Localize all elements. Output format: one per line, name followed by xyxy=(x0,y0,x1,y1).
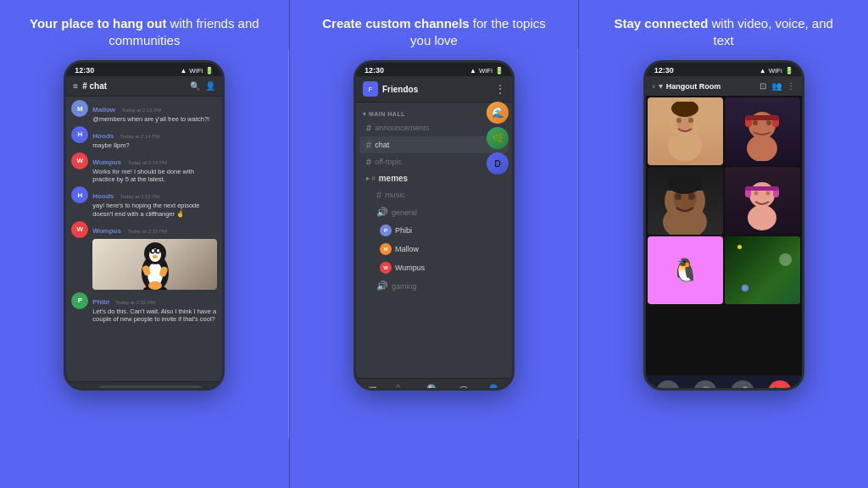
message-author: Phibi xyxy=(92,298,109,306)
video-tile: 🐧 xyxy=(648,236,723,304)
chat-messages-list: M Mallow Today at 2:13 PM @members when … xyxy=(66,97,222,381)
penguin-image xyxy=(92,239,217,290)
avatar: P xyxy=(380,225,392,236)
message-content: Hoods Today at 2:15 PM yay! here's to ho… xyxy=(92,186,217,219)
video-tile xyxy=(648,167,723,235)
search-icon[interactable]: 🔍 xyxy=(426,384,440,391)
channel-label: announcements xyxy=(375,124,429,132)
message-text: @members when are y'all free to watch?! xyxy=(92,115,217,124)
message-time: Today at 2:15 PM xyxy=(127,229,167,234)
channels-app: F Friendos ⋮ ▾ MAIN HALL # announcements… xyxy=(356,76,512,391)
message-content: Wumpus Today at 2:14 PM Works for me! I … xyxy=(92,152,217,185)
room-name: Hangout Room xyxy=(666,82,756,91)
hash-icon: ▸ # xyxy=(366,175,376,182)
video-face xyxy=(725,167,800,235)
svg-point-38 xyxy=(754,191,759,196)
panel-video: Stay connected with video, voice, and te… xyxy=(579,0,868,488)
hash-icon: # xyxy=(366,157,371,167)
options-icon[interactable]: ⋮ xyxy=(787,81,795,91)
speaker-icon: 🔊 xyxy=(376,280,388,291)
hash-icon: # xyxy=(376,190,381,200)
phone-1: 12:30 ▲ WiFi 🔋 ≡ # chat 🔍 👤 xyxy=(64,60,225,391)
message-author: Hoods xyxy=(92,132,114,140)
table-row: W Wumpus Today at 2:15 PM xyxy=(71,221,217,290)
battery-icon: 🔋 xyxy=(205,67,214,75)
signal-icon: ▲ xyxy=(760,67,766,75)
end-call-button[interactable]: 📞 xyxy=(768,380,792,391)
members-icon[interactable]: 👤 xyxy=(205,81,215,91)
avatar: W xyxy=(380,262,392,274)
mention-icon[interactable]: @ xyxy=(458,384,469,391)
screen-share-icon[interactable]: ⊡ xyxy=(760,81,766,91)
panel-1-heading: Your place to hang out with friends and … xyxy=(25,15,263,48)
message-content: Phibi Today at 2:16 PM Let's do this. Ca… xyxy=(92,292,217,324)
server-icon: F xyxy=(363,81,378,97)
server-pill[interactable]: 🌿 xyxy=(487,127,509,149)
table-row: H Hoods Today at 2:14 PM maybe 8pm? xyxy=(71,126,217,150)
face-svg xyxy=(651,167,719,235)
phone-icon[interactable]: 📞 xyxy=(395,384,409,391)
message-time: Today at 2:13 PM xyxy=(121,108,161,113)
svg-point-39 xyxy=(766,191,771,196)
message-time: Today at 2:14 PM xyxy=(120,134,160,139)
server-pill[interactable]: 🌊 xyxy=(487,102,509,124)
video-app: ‹ ▾ Hangout Room ⊡ 👥 ⋮ xyxy=(646,76,802,391)
members-icon[interactable]: 👥 xyxy=(771,81,782,91)
svg-point-25 xyxy=(766,120,771,125)
video-controls-bar: 📹 🔊 🎤 📞 xyxy=(646,375,802,391)
speaker-icon: 🔊 xyxy=(376,207,388,218)
avatar: H xyxy=(71,126,88,143)
wifi-icon: WiFi xyxy=(189,67,203,75)
video-grid: 🐧 xyxy=(646,96,802,375)
hamburger-icon[interactable]: ≡ xyxy=(73,81,78,91)
hash-icon: # xyxy=(366,140,371,150)
channel-label: off-topic xyxy=(375,158,402,166)
message-time: Today at 2:16 PM xyxy=(115,300,155,305)
camera-icon[interactable]: 📷 xyxy=(71,387,81,391)
channel-label: chat xyxy=(375,141,389,149)
server-options-icon[interactable]: ⋮ xyxy=(495,83,505,95)
microphone-icon: 🎤 xyxy=(736,386,748,391)
avatar: M xyxy=(71,100,88,117)
message-input-placeholder: Message #chat xyxy=(103,388,147,391)
message-author: Mallow xyxy=(92,106,115,114)
video-tile-game xyxy=(725,236,800,304)
status-time-2: 12:30 xyxy=(364,66,384,75)
panel-2-heading: Create custom channels for the topics yo… xyxy=(315,15,553,48)
svg-rect-32 xyxy=(668,184,702,191)
channel-label: Wumpus xyxy=(395,263,425,272)
face-svg xyxy=(737,102,787,161)
speaker-button[interactable]: 🔊 xyxy=(693,380,717,391)
message-content: Wumpus Today at 2:15 PM xyxy=(92,221,217,290)
home-icon[interactable]: ⊞ xyxy=(368,384,377,391)
emoji-icon[interactable]: 😊 xyxy=(207,387,217,391)
message-time: Today at 2:15 PM xyxy=(120,194,160,199)
message-text: Let's do this. Can't wait. Also I think … xyxy=(92,308,217,324)
status-bar-1: 12:30 ▲ WiFi 🔋 xyxy=(66,63,222,76)
avatar: M xyxy=(380,243,392,255)
server-pill[interactable]: D xyxy=(487,152,509,175)
status-bar-2: 12:30 ▲ WiFi 🔋 xyxy=(356,63,512,76)
battery-icon: 🔋 xyxy=(495,67,504,75)
chat-header-actions: 🔍 👤 xyxy=(190,81,215,91)
svg-point-12 xyxy=(148,281,162,290)
image-icon[interactable]: 🖼 xyxy=(85,387,93,391)
mute-button[interactable]: 🎤 xyxy=(731,380,754,391)
game-element xyxy=(737,245,742,249)
message-input[interactable]: Message #chat xyxy=(97,385,203,391)
camera-toggle-button[interactable]: 📹 xyxy=(656,380,680,391)
video-header: ‹ ▾ Hangout Room ⊡ 👥 ⋮ xyxy=(646,76,802,96)
message-author: Wumpus xyxy=(92,227,121,235)
svg-point-20 xyxy=(747,135,777,161)
table-row: H Hoods Today at 2:15 PM yay! here's to … xyxy=(71,186,217,219)
hash-icon: # xyxy=(366,123,371,133)
server-sidebar: 🌊 🌿 D xyxy=(487,102,509,391)
video-face xyxy=(648,97,723,165)
avatar: W xyxy=(71,152,88,169)
end-call-icon: 📞 xyxy=(773,386,786,391)
search-icon[interactable]: 🔍 xyxy=(190,81,200,91)
video-header-actions: ⊡ 👥 ⋮ xyxy=(760,81,795,91)
back-icon[interactable]: ‹ xyxy=(653,82,655,91)
status-time-1: 12:30 xyxy=(75,66,94,75)
server-header: F Friendos ⋮ xyxy=(356,76,512,103)
